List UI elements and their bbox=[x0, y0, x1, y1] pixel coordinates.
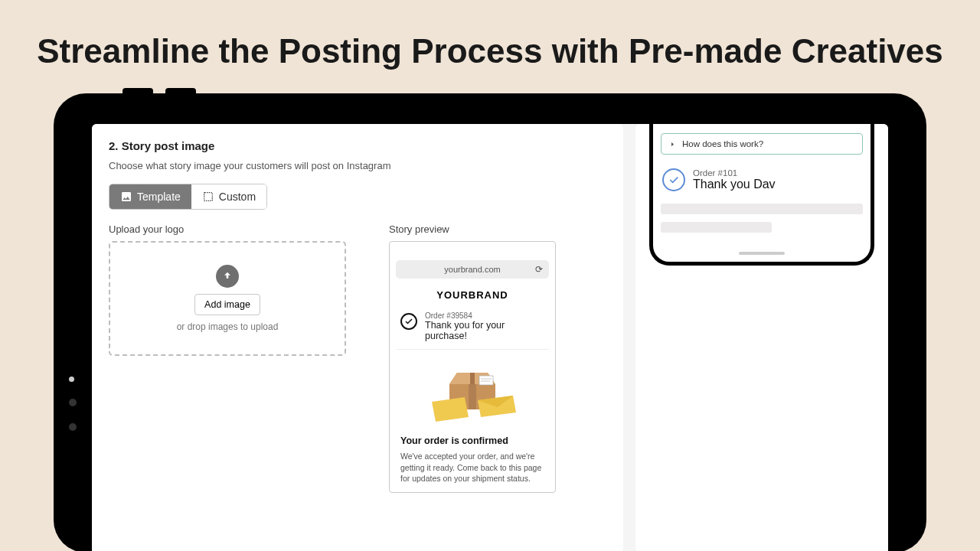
package-illustration bbox=[396, 357, 549, 426]
upload-icon bbox=[216, 265, 239, 288]
svg-rect-0 bbox=[204, 193, 212, 201]
custom-icon bbox=[202, 191, 214, 203]
preview-confirm-title: Your order is confirmed bbox=[396, 435, 549, 446]
phone-home-indicator bbox=[739, 252, 785, 255]
tab-template[interactable]: Template bbox=[109, 184, 191, 209]
upload-label: Upload your logo bbox=[109, 223, 346, 235]
preview-order-number: Order #39584 bbox=[425, 311, 544, 320]
preview-brand: YOURBRAND bbox=[396, 289, 549, 301]
step-title: 2. Story post image bbox=[109, 139, 606, 152]
story-preview-label: Story preview bbox=[389, 223, 556, 235]
how-does-this-work[interactable]: How does this work? bbox=[661, 133, 863, 155]
story-preview-card: yourbrand.com ⟳ YOURBRAND Order #39584 T… bbox=[389, 241, 556, 493]
phone-order-row: Order #101 Thank you Dav bbox=[661, 168, 863, 191]
phone-preview-card: How does this work? Order #101 Thank you… bbox=[635, 124, 888, 551]
tablet-camera-bumps bbox=[122, 88, 196, 96]
tab-template-label: Template bbox=[137, 191, 181, 203]
chevron-right-icon bbox=[669, 141, 676, 148]
page-headline: Streamline the Posting Process with Pre-… bbox=[0, 0, 980, 93]
phone-frame: How does this work? Order #101 Thank you… bbox=[649, 124, 874, 266]
preview-order-row: Order #39584 Thank you for your purchase… bbox=[396, 311, 549, 350]
svg-rect-4 bbox=[469, 384, 476, 409]
svg-marker-3 bbox=[470, 373, 475, 384]
skeleton-line bbox=[661, 222, 772, 233]
dropzone-hint: or drop images to upload bbox=[177, 321, 279, 332]
step-description: Choose what story image your customers w… bbox=[109, 160, 606, 171]
svg-rect-5 bbox=[479, 376, 493, 385]
tab-custom[interactable]: Custom bbox=[191, 184, 266, 209]
check-icon bbox=[400, 313, 417, 330]
phone-order-number: Order #101 bbox=[693, 168, 776, 178]
tablet-side-controls bbox=[69, 377, 77, 431]
skeleton-line bbox=[661, 204, 863, 214]
tablet-frame: 2. Story post image Choose what story im… bbox=[54, 93, 926, 551]
reload-icon: ⟳ bbox=[535, 264, 543, 275]
how-label: How does this work? bbox=[682, 139, 763, 148]
template-custom-segment: Template Custom bbox=[109, 184, 267, 210]
preview-url: yourbrand.com bbox=[444, 265, 500, 274]
preview-confirm-body: We've accepted your order, and we're get… bbox=[396, 451, 549, 484]
check-icon bbox=[662, 168, 685, 191]
preview-order-thanks: Thank you for your purchase! bbox=[425, 320, 544, 341]
settings-card: 2. Story post image Choose what story im… bbox=[92, 124, 623, 551]
tablet-screen: 2. Story post image Choose what story im… bbox=[92, 124, 888, 551]
add-image-button[interactable]: Add image bbox=[194, 294, 260, 315]
svg-marker-8 bbox=[432, 397, 469, 422]
phone-order-thanks: Thank you Dav bbox=[693, 178, 776, 191]
tab-custom-label: Custom bbox=[219, 191, 256, 203]
logo-dropzone[interactable]: Add image or drop images to upload bbox=[109, 241, 346, 356]
image-icon bbox=[120, 191, 132, 203]
preview-url-bar: yourbrand.com ⟳ bbox=[396, 260, 549, 279]
